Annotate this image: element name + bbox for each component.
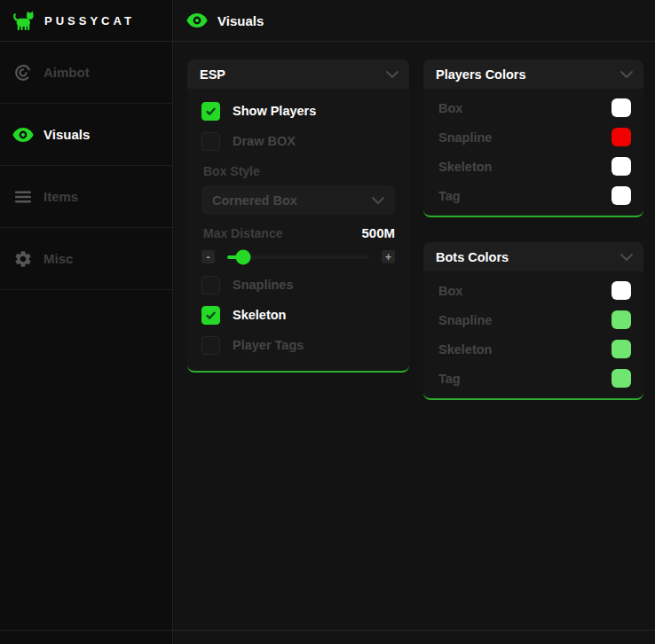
eye-icon	[12, 123, 35, 146]
max-distance-row: Max Distance 500M	[201, 225, 395, 240]
color-row-tag: Tag	[423, 364, 643, 393]
max-distance-slider: - +	[201, 250, 395, 263]
slider-track[interactable]	[227, 255, 369, 259]
checkbox-box[interactable]	[201, 102, 220, 121]
cat-icon	[12, 9, 36, 33]
checkbox-box[interactable]	[201, 336, 220, 355]
list-icon	[12, 185, 35, 208]
color-row-snapline: Snapline	[423, 122, 643, 152]
checkbox-label: Skeleton	[233, 308, 286, 322]
content: ESP Show Players	[173, 42, 655, 400]
main-area: Visuals ESP	[173, 0, 655, 644]
checkbox-label: Player Tags	[233, 338, 304, 352]
sidebar-item-label: Misc	[43, 251, 73, 266]
color-swatch[interactable]	[612, 369, 631, 388]
box-style-label: Box Style	[203, 164, 393, 178]
checkbox-show-players[interactable]: Show Players	[201, 96, 395, 126]
color-row-snapline: Snapline	[423, 305, 643, 334]
max-distance-value: 500M	[361, 225, 395, 240]
players-colors-header[interactable]: Players Colors	[423, 59, 643, 89]
color-swatch[interactable]	[612, 157, 631, 176]
box-style-selected-value: Cornered Box	[212, 193, 297, 208]
checkbox-box[interactable]	[201, 276, 220, 295]
checkbox-skeleton[interactable]: Skeleton	[201, 300, 395, 330]
color-row-label: Box	[438, 101, 462, 115]
brand-name: PUSSYCAT	[44, 14, 135, 27]
sidebar-item-misc[interactable]: Misc	[0, 228, 172, 290]
bots-colors-body: Box Snapline Skeleton Tag	[423, 271, 643, 398]
gear-icon	[12, 247, 35, 271]
sidebar-item-label: Visuals	[43, 127, 90, 142]
page-title: Visuals	[217, 13, 264, 28]
max-distance-label: Max Distance	[203, 226, 282, 240]
esp-panel-body: Show Players Draw BOX Box Style Cornered…	[187, 89, 409, 371]
checkbox-box[interactable]	[201, 132, 220, 151]
box-style-select[interactable]: Cornered Box	[201, 185, 395, 215]
checkmark-icon	[205, 310, 217, 321]
eye-icon	[185, 9, 209, 32]
esp-panel: ESP Show Players	[187, 59, 409, 373]
bots-colors-title: Bots Colors	[436, 250, 509, 264]
checkbox-draw-box[interactable]: Draw BOX	[201, 126, 395, 156]
bots-colors-header[interactable]: Bots Colors	[423, 242, 643, 271]
checkbox-label: Show Players	[233, 104, 316, 118]
bottom-divider	[0, 630, 655, 631]
sidebar-item-items[interactable]: Items	[0, 166, 172, 228]
esp-panel-title: ESP	[200, 67, 225, 82]
color-swatch[interactable]	[612, 310, 631, 329]
chevron-down-icon[interactable]	[386, 71, 399, 78]
checkbox-box[interactable]	[201, 306, 220, 325]
aimbot-disc-icon	[12, 61, 35, 84]
chevron-down-icon[interactable]	[620, 254, 633, 261]
sidebar-item-label: Aimbot	[43, 65, 90, 80]
slider-decrement-button[interactable]: -	[201, 250, 215, 263]
color-row-label: Tag	[438, 189, 461, 203]
colors-column: Players Colors Box Snapline	[423, 59, 643, 400]
chevron-down-icon[interactable]	[620, 71, 633, 78]
players-colors-panel: Players Colors Box Snapline	[423, 59, 643, 217]
color-swatch[interactable]	[612, 98, 631, 117]
application-window: PUSSYCAT Aimbot Visuals	[0, 0, 655, 644]
bots-colors-panel: Bots Colors Box Snapline	[423, 242, 643, 400]
page-header: Visuals	[173, 0, 655, 42]
checkmark-icon	[205, 106, 217, 117]
brand-logo: PUSSYCAT	[0, 0, 172, 42]
checkbox-snaplines[interactable]: Snaplines	[201, 270, 395, 300]
color-row-label: Skeleton	[438, 160, 492, 174]
color-row-label: Skeleton	[438, 342, 492, 357]
sidebar-item-aimbot[interactable]: Aimbot	[0, 42, 172, 104]
color-swatch[interactable]	[612, 340, 631, 358]
color-row-tag: Tag	[423, 181, 643, 210]
sidebar-item-label: Items	[43, 189, 78, 204]
color-swatch[interactable]	[612, 128, 631, 146]
color-row-label: Snapline	[438, 130, 492, 145]
color-row-label: Snapline	[438, 313, 492, 327]
slider-thumb[interactable]	[235, 249, 250, 264]
color-row-skeleton: Skeleton	[423, 152, 643, 181]
color-row-box: Box	[423, 93, 643, 122]
color-row-label: Tag	[438, 372, 461, 386]
players-colors-body: Box Snapline Skeleton Tag	[423, 89, 643, 216]
checkbox-label: Snaplines	[233, 278, 294, 292]
esp-panel-header[interactable]: ESP	[187, 59, 409, 89]
slider-increment-button[interactable]: +	[382, 250, 395, 263]
chevron-down-icon	[372, 197, 384, 204]
color-swatch[interactable]	[612, 186, 631, 205]
checkbox-player-tags[interactable]: Player Tags	[201, 330, 395, 360]
sidebar-item-visuals[interactable]: Visuals	[0, 104, 172, 166]
color-row-label: Box	[438, 284, 462, 298]
color-swatch[interactable]	[612, 281, 631, 300]
players-colors-title: Players Colors	[436, 67, 526, 82]
color-row-skeleton: Skeleton	[423, 334, 643, 364]
checkbox-label: Draw BOX	[233, 134, 296, 148]
sidebar: PUSSYCAT Aimbot Visuals	[0, 0, 173, 644]
color-row-box: Box	[423, 276, 643, 305]
